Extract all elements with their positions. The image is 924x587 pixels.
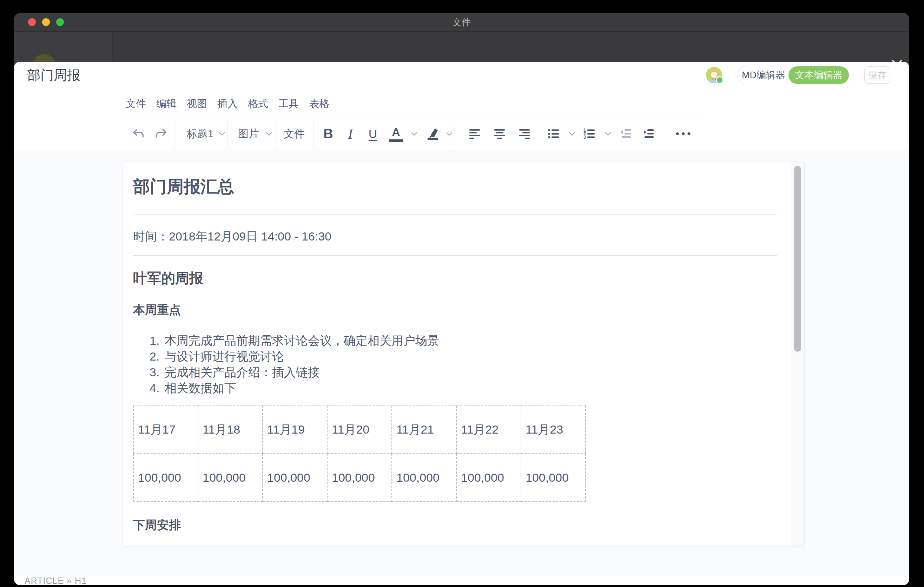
document-body: 部门周报汇总 时间：2018年12月09日 14:00 - 16:30 叶军的周… xyxy=(133,162,777,536)
table-cell: 100,000 xyxy=(521,453,586,502)
menu-table[interactable]: 表格 xyxy=(309,97,329,111)
bullet-list-icon[interactable] xyxy=(546,119,561,148)
table-cell: 100,000 xyxy=(134,453,198,502)
table-cell: 11月22 xyxy=(456,406,521,453)
table-row: 100,000 100,000 100,000 100,000 100,000 … xyxy=(134,453,586,502)
table-cell: 100,000 xyxy=(456,453,521,502)
underline-button[interactable]: U xyxy=(369,119,378,148)
table-cell: 11月19 xyxy=(262,406,327,453)
chevron-down-icon[interactable] xyxy=(218,119,226,148)
menu-edit[interactable]: 编辑 xyxy=(156,97,177,111)
table-cell: 11月20 xyxy=(327,406,392,453)
table-row: 11月17 11月18 11月19 11月20 11月21 11月22 11月2… xyxy=(134,406,586,453)
zoom-traffic-light[interactable] xyxy=(56,18,64,26)
table-cell: 100,000 xyxy=(262,453,327,502)
list-item: 4.相关数据如下 xyxy=(150,380,777,396)
list-item: 1.本周完成产品前期需求讨论会议，确定相关用户场景 xyxy=(150,333,777,349)
statusbar: ARTICLE » H1 xyxy=(14,576,909,585)
menu-format[interactable]: 格式 xyxy=(248,97,268,111)
minimize-traffic-light[interactable] xyxy=(42,18,50,26)
document-header: 部门周报 MD编辑器 xyxy=(14,62,909,89)
italic-button[interactable]: I xyxy=(348,119,353,148)
breadcrumb: ARTICLE » H1 xyxy=(25,576,87,585)
app-chrome-backdrop xyxy=(14,31,909,62)
align-center-icon[interactable] xyxy=(492,119,507,148)
indent-icon[interactable] xyxy=(641,119,656,148)
editor-mode-toggle: MD编辑器 文本编辑器 xyxy=(738,66,849,84)
titlebar: 文件 xyxy=(14,13,909,31)
weekly-data-table: 11月17 11月18 11月19 11月20 11月21 11月22 11月2… xyxy=(133,406,586,502)
table-cell: 100,000 xyxy=(198,453,262,502)
table-cell: 11月23 xyxy=(521,406,586,453)
text-editor-button[interactable]: 文本编辑器 xyxy=(789,66,849,84)
document-title: 部门周报 xyxy=(27,66,81,84)
redo-icon[interactable] xyxy=(153,119,168,148)
bold-button[interactable]: B xyxy=(323,119,333,148)
font-color-button[interactable]: A xyxy=(389,119,403,148)
highlight-marker-icon[interactable] xyxy=(424,119,441,148)
app-window: 文件 部门周报 xyxy=(14,13,909,585)
meeting-time: 时间：2018年12月09日 14:00 - 16:30 xyxy=(133,225,777,247)
file-attach-button[interactable]: 文件 xyxy=(284,119,305,148)
menu-view[interactable]: 视图 xyxy=(187,97,207,111)
more-options-button[interactable]: ••• xyxy=(675,119,693,148)
chevron-down-icon[interactable] xyxy=(568,119,576,148)
list-item: 3.完成相关产品介绍：插入链接 xyxy=(150,364,777,380)
table-cell: 11月21 xyxy=(392,406,456,453)
window-title: 文件 xyxy=(452,16,471,28)
header-controls: MD编辑器 文本编辑器 保存 xyxy=(706,62,890,89)
close-traffic-light[interactable] xyxy=(28,18,36,26)
doc-heading-4: 下周安排 xyxy=(133,514,777,536)
table-cell: 100,000 xyxy=(327,453,392,502)
heading-style-dropdown[interactable]: 标题1 xyxy=(187,119,214,148)
chevron-down-icon[interactable] xyxy=(410,119,419,148)
doc-heading-3: 本周重点 xyxy=(133,298,777,321)
horizontal-rule xyxy=(133,214,777,214)
online-status-dot xyxy=(716,76,724,84)
screen: 文件 部门周报 xyxy=(0,0,924,587)
doc-heading-2: 叶军的周报 xyxy=(133,267,777,289)
table-cell: 11月17 xyxy=(134,406,198,453)
horizontal-rule xyxy=(133,255,777,256)
md-editor-button[interactable]: MD编辑器 xyxy=(738,69,789,81)
menubar: 文件 编辑 视图 插入 格式 工具 表格 xyxy=(14,89,909,119)
undo-icon[interactable] xyxy=(131,119,147,148)
scrollbar-thumb[interactable] xyxy=(794,166,801,352)
align-left-icon[interactable] xyxy=(467,119,482,148)
sidebar-backdrop xyxy=(14,31,113,62)
doc-heading-1: 部门周报汇总 xyxy=(133,176,777,198)
menu-file[interactable]: 文件 xyxy=(126,97,146,111)
menu-insert[interactable]: 插入 xyxy=(217,97,238,111)
chevron-down-icon[interactable] xyxy=(604,119,612,148)
editor-content-area: 部门周报汇总 时间：2018年12月09日 14:00 - 16:30 叶军的周… xyxy=(14,149,909,576)
document-modal: 部门周报 MD编辑器 xyxy=(14,62,909,585)
toolbar: 标题1 图片 文件 B I xyxy=(14,119,909,149)
chevron-down-icon[interactable] xyxy=(445,119,454,148)
menu-tools[interactable]: 工具 xyxy=(279,97,299,111)
scrollbar-track[interactable] xyxy=(790,162,804,546)
numbered-list-icon[interactable]: 1 2 3 xyxy=(582,119,597,148)
table-cell: 11月18 xyxy=(198,406,262,453)
user-avatar[interactable] xyxy=(706,67,722,83)
outdent-icon[interactable] xyxy=(618,119,633,148)
document-card[interactable]: 部门周报汇总 时间：2018年12月09日 14:00 - 16:30 叶军的周… xyxy=(123,161,805,546)
chevron-down-icon[interactable] xyxy=(265,119,273,148)
image-dropdown[interactable]: 图片 xyxy=(238,119,259,148)
align-right-icon[interactable] xyxy=(517,119,532,148)
table-cell: 100,000 xyxy=(392,453,456,502)
list-item: 2.与设计师进行视觉讨论 xyxy=(150,349,777,364)
svg-text:3: 3 xyxy=(584,135,586,140)
save-button[interactable]: 保存 xyxy=(864,66,890,84)
weekly-highlights-list: 1.本周完成产品前期需求讨论会议，确定相关用户场景 2.与设计师进行视觉讨论 3… xyxy=(133,333,777,396)
